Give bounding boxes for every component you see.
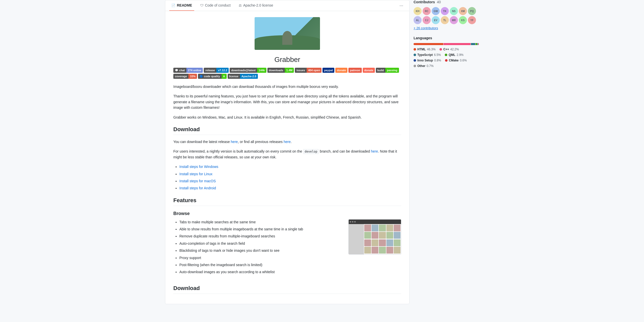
repo-title: Grabber — [173, 56, 401, 64]
develop-code: develop — [303, 149, 319, 154]
contributors-grid: KH RC GW TK NS XM PQ AL CJ EV TL MR KS Y… — [414, 7, 479, 24]
badge-chat[interactable]: 💬 chat 274 online — [173, 68, 203, 73]
contributor-avatar[interactable]: TL — [441, 16, 449, 24]
scale-icon: ⚖ — [239, 4, 242, 7]
list-item: Auto-download images as you search accor… — [179, 269, 343, 275]
download-heading-2: Download — [173, 285, 401, 294]
badge-donate-2[interactable]: donate — [363, 68, 375, 73]
badge-build[interactable]: build passing — [376, 68, 399, 73]
tab-license[interactable]: ⚖ Apache-2.0 license — [237, 0, 275, 11]
lang-dot-inno — [414, 59, 416, 62]
list-item: Install steps for macOS — [179, 178, 401, 184]
tab-more-button[interactable]: ··· — [397, 1, 405, 10]
download-text-1: You can download the latest release here… — [173, 139, 401, 145]
download-heading: Download — [173, 126, 401, 135]
badge-downloads-latest[interactable]: downloads@latest 144k — [230, 68, 266, 73]
tab-bar: 📄 README 🛡 Code of conduct ⚖ Apache-2.0 … — [165, 0, 409, 11]
contributor-avatar[interactable]: KS — [459, 16, 467, 24]
lang-dot-cpp — [439, 48, 442, 51]
contributor-avatar[interactable]: TK — [441, 7, 449, 15]
list-item: Auto-completion of tags in the search fi… — [179, 241, 343, 246]
readme-icon: 📄 — [171, 4, 175, 7]
lang-dot-cmake — [445, 59, 448, 62]
shield-icon: 🛡 — [200, 4, 204, 7]
lang-bar-inno — [477, 43, 478, 45]
list-item: Post-filtering (when the imageboard sear… — [179, 262, 343, 268]
features-browse-section: Tabs to make multiple searches at the sa… — [173, 219, 401, 279]
features-heading: Features — [173, 197, 401, 206]
download-all-link[interactable]: here — [284, 140, 291, 144]
hero-image — [255, 17, 320, 50]
list-item: Blacklisting of tags to mark or hide ima… — [179, 248, 343, 253]
language-item-inno: Inno Setup 0.8% — [414, 59, 441, 62]
badge-coverage[interactable]: coverage 33% — [173, 74, 197, 79]
contributors-section: Contributors 40 KH RC GW TK NS XM PQ AL … — [414, 0, 479, 30]
badge-paypal[interactable]: paypal — [323, 68, 334, 73]
lang-dot-qml — [445, 54, 447, 56]
tab-code-of-conduct[interactable]: 🛡 Code of conduct — [198, 0, 233, 11]
browse-heading: Browse — [173, 211, 401, 216]
contributors-title: Contributors 40 — [414, 0, 479, 4]
language-item-qml: QML 2.9% — [445, 53, 463, 57]
lang-bar-cmake — [478, 43, 479, 45]
contributor-avatar[interactable]: KH — [414, 7, 422, 15]
more-contributors-link[interactable]: + 26 contributors — [414, 26, 479, 30]
description-3: Grabber works on Windows, Mac, and Linux… — [173, 115, 401, 120]
contributor-avatar[interactable]: RC — [423, 7, 431, 15]
list-item: Able to show results from multiple image… — [179, 226, 343, 232]
features-browse-text: Tabs to make multiple searches at the sa… — [173, 219, 343, 279]
contributor-avatar[interactable]: YF — [468, 16, 476, 24]
browse-list: Tabs to make multiple searches at the sa… — [173, 219, 343, 275]
languages-list: HTML 46.3% C++ 42.2% TypeScript 6.5% QML… — [414, 48, 479, 68]
lang-dot-typescript — [414, 54, 416, 56]
sidebar: Contributors 40 KH RC GW TK NS XM PQ AL … — [414, 0, 479, 304]
install-macos-link[interactable]: Install steps for macOS — [179, 179, 216, 183]
lang-bar-html — [414, 43, 443, 45]
badge-donate-1[interactable]: donate — [335, 68, 347, 73]
contributor-avatar[interactable]: XM — [459, 7, 467, 15]
list-item: Install steps for Windows — [179, 164, 401, 169]
contributor-avatar[interactable]: AL — [414, 16, 422, 24]
badge-license[interactable]: license Apache-2.0 — [228, 74, 258, 79]
contributor-avatar[interactable]: GW — [432, 7, 440, 15]
download-text-2: For users interested, a nightly version … — [173, 149, 401, 160]
language-bar — [414, 43, 479, 45]
language-item-other: Other 0.7% — [414, 64, 433, 68]
badges-container: 💬 chat 274 online release v7.12.2 downlo… — [173, 68, 401, 79]
badge-code-quality[interactable]: 🔵 code quality A — [198, 74, 226, 79]
language-item-cmake: CMake 0.6% — [445, 59, 467, 62]
download-latest-link[interactable]: here — [231, 140, 238, 144]
list-item: Install steps for Android — [179, 185, 401, 191]
badge-issues[interactable]: issues 404 open — [295, 68, 321, 73]
contributor-avatar[interactable]: MR — [450, 16, 458, 24]
install-windows-link[interactable]: Install steps for Windows — [179, 165, 218, 169]
lang-dot-other — [414, 65, 416, 67]
list-item: Tabs to make multiple searches at the sa… — [179, 219, 343, 225]
language-item-cpp: C++ 42.2% — [439, 48, 459, 51]
badge-release[interactable]: release v7.12.2 — [204, 68, 229, 73]
language-item-html: HTML 46.3% — [414, 48, 435, 51]
contributor-avatar[interactable]: NS — [450, 7, 458, 15]
contributor-avatar[interactable]: PQ — [468, 7, 476, 15]
description-2: Thanks to its powerful naming features, … — [173, 93, 401, 110]
lang-dot-html — [414, 48, 416, 51]
list-item: Install steps for Linux — [179, 171, 401, 177]
list-item: Proxy support — [179, 255, 343, 261]
lang-bar-cpp — [444, 43, 471, 45]
install-links-list: Install steps for Windows Install steps … — [173, 164, 401, 191]
badge-downloads-total[interactable]: downloads 1.4M — [267, 68, 294, 73]
lang-bar-ts — [471, 43, 475, 45]
language-item-typescript: TypeScript 6.5% — [414, 53, 441, 57]
contributor-avatar[interactable]: CJ — [423, 16, 431, 24]
nightly-link[interactable]: here — [371, 149, 378, 153]
badge-patreon[interactable]: patreon — [348, 68, 361, 73]
languages-title: Languages — [414, 36, 479, 40]
tab-readme[interactable]: 📄 README — [169, 0, 194, 11]
contributor-avatar[interactable]: EV — [432, 16, 440, 24]
install-android-link[interactable]: Install steps for Android — [179, 186, 216, 190]
install-linux-link[interactable]: Install steps for Linux — [179, 172, 213, 176]
browse-screenshot — [348, 219, 401, 255]
lang-bar-qml — [475, 43, 477, 45]
hero-image-container — [173, 17, 401, 51]
languages-section: Languages HTML 46.3% C++ — [414, 36, 479, 68]
